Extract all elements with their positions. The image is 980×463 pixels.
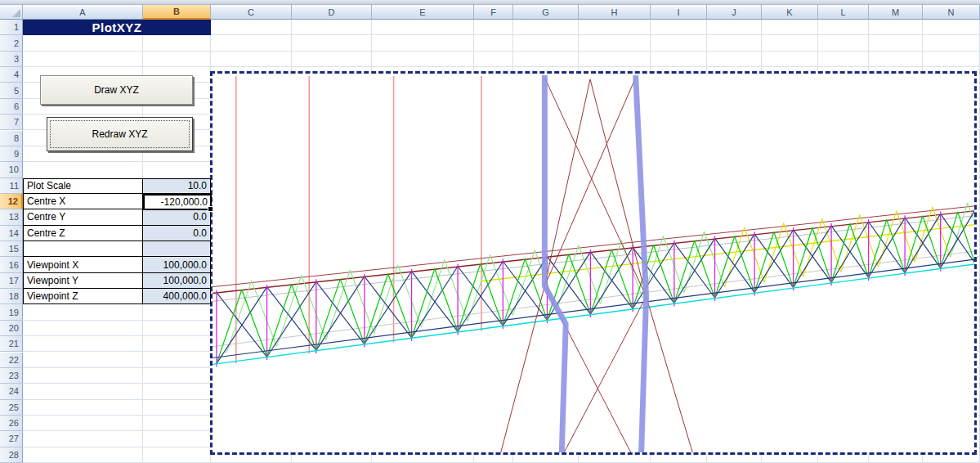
row-header-20[interactable]: 20 <box>0 321 23 336</box>
row-header-27[interactable]: 27 <box>0 431 23 447</box>
param-label-viewpoint-y[interactable]: Viewpoint Y <box>23 273 143 289</box>
row-header-7[interactable]: 7 <box>0 115 23 130</box>
row-header-12[interactable]: 12 <box>0 194 23 209</box>
title-cell[interactable]: PlotXYZ <box>23 20 211 35</box>
param-value-empty[interactable] <box>143 241 211 257</box>
param-value-viewpoint-x[interactable]: 100,000.0 <box>143 257 211 272</box>
param-label-centre-z[interactable]: Centre Z <box>23 226 143 241</box>
redraw-xyz-label: Redraw XYZ <box>92 128 147 140</box>
row-header-13[interactable]: 13 <box>0 209 23 225</box>
param-label-viewpoint-z[interactable]: Viewpoint Z <box>23 289 143 304</box>
column-header-A[interactable]: A <box>23 5 143 20</box>
column-header-N[interactable]: N <box>923 5 980 20</box>
row-header-17[interactable]: 17 <box>0 273 23 289</box>
row-header-6[interactable]: 6 <box>0 99 23 115</box>
select-all-triangle-icon <box>12 9 20 17</box>
row-header-16[interactable]: 16 <box>0 257 23 272</box>
column-header-I[interactable]: I <box>651 5 707 20</box>
param-label-empty[interactable] <box>23 241 143 257</box>
active-cell-value: -120,000.0 <box>161 196 208 208</box>
param-label-plot-scale[interactable]: Plot Scale <box>23 178 143 194</box>
row-header-10[interactable]: 10 <box>0 162 23 178</box>
row-header-22[interactable]: 22 <box>0 353 23 368</box>
select-all-button[interactable] <box>0 5 23 20</box>
param-value-centre-y[interactable]: 0.0 <box>143 209 211 225</box>
row-header-3[interactable]: 3 <box>0 52 23 67</box>
row-header-25[interactable]: 25 <box>0 400 23 416</box>
column-header-H[interactable]: H <box>579 5 651 20</box>
button-focus-ring: Redraw XYZ <box>47 118 192 151</box>
row-header-11[interactable]: 11 <box>0 178 23 194</box>
chart-object[interactable] <box>210 71 977 455</box>
param-value-viewpoint-z[interactable]: 400,000.0 <box>143 289 211 304</box>
fill-handle[interactable] <box>208 206 213 212</box>
param-value-viewpoint-y[interactable]: 100,000.0 <box>143 273 211 289</box>
param-value-centre-z[interactable]: 0.0 <box>143 226 211 241</box>
row-header-28[interactable]: 28 <box>0 447 23 463</box>
draw-xyz-button[interactable]: Draw XYZ <box>40 75 193 105</box>
param-label-centre-y[interactable]: Centre Y <box>23 209 143 225</box>
column-header-L[interactable]: L <box>818 5 869 20</box>
row-header-9[interactable]: 9 <box>0 146 23 162</box>
active-cell-B12[interactable]: -120,000.0 <box>143 194 212 210</box>
row-header-4[interactable]: 4 <box>0 67 23 83</box>
column-header-J[interactable]: J <box>707 5 762 20</box>
column-header-K[interactable]: K <box>762 5 818 20</box>
draw-xyz-label: Draw XYZ <box>94 84 139 96</box>
column-header-D[interactable]: D <box>292 5 372 20</box>
row-header-23[interactable]: 23 <box>0 368 23 384</box>
column-header-B[interactable]: B <box>143 5 211 20</box>
column-header-F[interactable]: F <box>474 5 513 20</box>
column-header-E[interactable]: E <box>372 5 474 20</box>
column-header-M[interactable]: M <box>869 5 923 20</box>
column-header-G[interactable]: G <box>513 5 579 20</box>
row-header-5[interactable]: 5 <box>0 83 23 98</box>
row-header-26[interactable]: 26 <box>0 416 23 431</box>
row-header-8[interactable]: 8 <box>0 131 23 146</box>
bridge-wireframe-svg <box>213 74 974 452</box>
row-header-24[interactable]: 24 <box>0 384 23 399</box>
param-value-plot-scale[interactable]: 10.0 <box>143 178 211 194</box>
row-header-18[interactable]: 18 <box>0 289 23 304</box>
row-header-1[interactable]: 1 <box>0 20 23 35</box>
spreadsheet-window: PlotXYZ Draw XYZ Redraw XYZ Plot Scale10… <box>0 0 980 463</box>
row-header-14[interactable]: 14 <box>0 226 23 241</box>
param-label-viewpoint-x[interactable]: Viewpoint X <box>23 257 143 272</box>
row-header-21[interactable]: 21 <box>0 336 23 352</box>
row-header-19[interactable]: 19 <box>0 304 23 320</box>
row-header-15[interactable]: 15 <box>0 241 23 257</box>
redraw-xyz-button[interactable]: Redraw XYZ <box>47 117 193 151</box>
param-label-centre-x[interactable]: Centre X <box>23 194 143 209</box>
row-header-2[interactable]: 2 <box>0 35 23 51</box>
column-header-C[interactable]: C <box>211 5 292 20</box>
